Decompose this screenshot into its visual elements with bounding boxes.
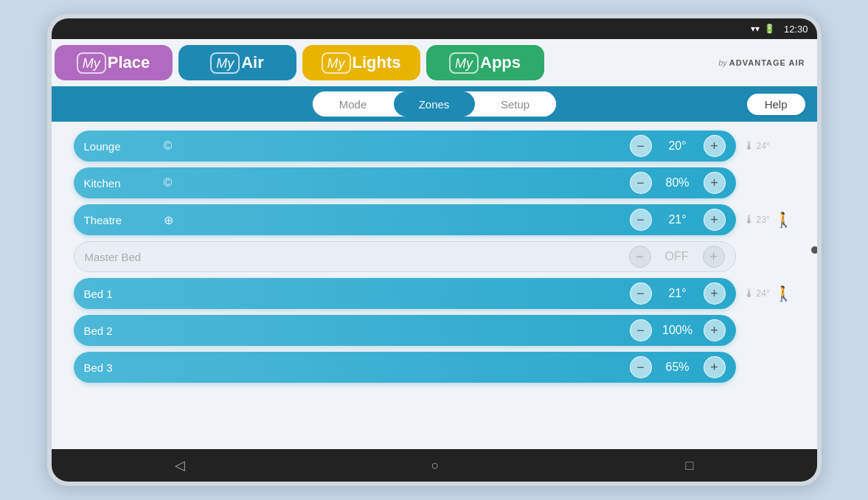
zone-controls-5: − 100% +	[630, 319, 726, 341]
zone-icon-0: ©	[164, 139, 173, 153]
tab-mylights[interactable]: My Lights	[302, 45, 420, 80]
tab-myplace[interactable]: My Place	[55, 45, 173, 80]
zone-bar-4: Bed 1 − 21° +	[74, 278, 736, 309]
temp-indicator-0: 🌡24°	[743, 139, 770, 153]
back-button[interactable]: ◁	[163, 453, 197, 478]
zone-decrease-5[interactable]: −	[630, 319, 652, 341]
zone-icon-1: ©	[164, 176, 173, 190]
myair-box: My	[210, 52, 240, 74]
zone-name-2: Theatre	[84, 214, 158, 226]
tab-zones[interactable]: Zones	[394, 91, 475, 117]
myair-brand: Air	[241, 53, 264, 72]
zone-row: Lounge © − 20° + 🌡24°	[74, 131, 795, 162]
zone-increase-1[interactable]: +	[704, 172, 726, 194]
myair-my: My	[216, 56, 234, 71]
temp-indicator-4: 🌡24°	[743, 287, 770, 300]
zone-bar-2: Theatre ⊕ − 21° +	[74, 204, 736, 235]
app-container: My Place My Air My Lights My Apps	[52, 39, 817, 449]
zone-row: Theatre ⊕ − 21° + 🌡23° 🚶	[74, 204, 795, 235]
zone-side-4: 🌡24° 🚶	[743, 285, 795, 302]
bottom-nav: ◁ ○ □	[52, 449, 817, 482]
zone-value-1: 80%	[652, 176, 704, 190]
zone-decrease-4[interactable]: −	[630, 282, 652, 305]
zone-decrease-1[interactable]: −	[630, 172, 652, 194]
zone-controls-3: − OFF +	[629, 246, 725, 268]
zone-name-6: Bed 3	[84, 361, 158, 374]
zone-decrease-6[interactable]: −	[630, 356, 652, 378]
person-icon-2: 🚶	[774, 211, 793, 229]
zone-controls-2: − 21° +	[630, 209, 726, 231]
toolbar: Mode Zones Setup Help	[52, 86, 817, 122]
zone-decrease-3[interactable]: −	[629, 246, 651, 268]
help-button[interactable]: Help	[747, 94, 805, 115]
mylights-my: My	[327, 56, 345, 71]
temp-indicator-2: 🌡23°	[743, 213, 770, 226]
zone-decrease-2[interactable]: −	[630, 209, 652, 231]
zone-row: Bed 1 − 21° + 🌡24° 🚶	[74, 278, 795, 309]
zone-increase-3[interactable]: +	[703, 246, 725, 268]
tab-myair[interactable]: My Air	[178, 45, 296, 80]
tablet: ▾▾ 🔋 12:30 My Place My Air My	[47, 14, 822, 486]
myplace-brand: Place	[108, 53, 150, 72]
person-icon-4: 🚶	[774, 285, 793, 302]
myplace-box: My	[77, 52, 106, 74]
zone-bar-3: Master Bed − OFF +	[74, 241, 736, 272]
camera	[811, 246, 819, 254]
zone-row: Master Bed − OFF +	[74, 241, 795, 272]
zone-increase-4[interactable]: +	[704, 282, 726, 305]
zone-controls-1: − 80% +	[630, 172, 726, 194]
battery-icon: 🔋	[764, 24, 775, 34]
zone-increase-5[interactable]: +	[704, 319, 726, 341]
zone-name-3: Master Bed	[85, 251, 159, 263]
thermometer-icon-4: 🌡	[743, 287, 755, 300]
side-temp-2: 23°	[757, 215, 770, 225]
zone-value-4: 21°	[652, 287, 704, 300]
zone-controls-6: − 65% +	[630, 356, 726, 378]
zone-name-0: Lounge	[84, 140, 158, 153]
mylights-brand: Lights	[353, 53, 401, 72]
toolbar-tabs: Mode Zones Setup	[313, 91, 556, 117]
zone-controls-0: − 20° +	[630, 135, 726, 157]
clock: 12:30	[784, 24, 808, 35]
myapps-brand: Apps	[480, 53, 521, 72]
tab-mode[interactable]: Mode	[313, 91, 394, 117]
zone-increase-0[interactable]: +	[704, 135, 726, 157]
zone-value-6: 65%	[652, 361, 704, 374]
zone-value-3: OFF	[651, 250, 703, 263]
zone-bar-0: Lounge © − 20° +	[74, 131, 736, 162]
zone-bar-5: Bed 2 − 100% +	[74, 315, 736, 346]
myapps-my: My	[455, 56, 473, 71]
zone-icon-2: ⊕	[164, 213, 173, 227]
zone-value-2: 21°	[652, 213, 704, 226]
zone-controls-4: − 21° +	[630, 282, 726, 305]
zone-name-4: Bed 1	[84, 288, 158, 300]
zone-value-0: 20°	[652, 139, 704, 153]
tab-myapps[interactable]: My Apps	[426, 45, 544, 80]
zone-name-5: Bed 2	[84, 324, 158, 337]
zone-row: Bed 3 − 65% +	[74, 352, 795, 383]
zone-value-5: 100%	[652, 324, 704, 337]
advantage-brand: ADVANTAGE AIR	[729, 58, 805, 67]
zone-bar-6: Bed 3 − 65% +	[74, 352, 736, 383]
thermometer-icon-0: 🌡	[743, 139, 755, 153]
zone-side-2: 🌡23° 🚶	[743, 211, 795, 229]
zone-row: Kitchen © − 80% +	[74, 167, 795, 198]
zone-row: Bed 2 − 100% +	[74, 315, 795, 346]
thermometer-icon-2: 🌡	[743, 213, 755, 226]
zone-side-0: 🌡24°	[743, 139, 795, 153]
zone-decrease-0[interactable]: −	[630, 135, 652, 157]
myapps-box: My	[449, 52, 479, 74]
zone-increase-2[interactable]: +	[704, 209, 726, 231]
zone-increase-6[interactable]: +	[704, 356, 726, 378]
status-icons: ▾▾ 🔋 12:30	[751, 24, 808, 35]
recents-button[interactable]: □	[674, 454, 706, 478]
side-temp-0: 24°	[757, 141, 770, 151]
main-content: Lounge © − 20° + 🌡24° Kitchen © − 80%	[52, 122, 817, 449]
advantage-logo: by ADVANTAGE AIR	[718, 58, 816, 67]
mylights-box: My	[322, 52, 351, 74]
zone-name-1: Kitchen	[84, 177, 158, 190]
status-bar: ▾▾ 🔋 12:30	[52, 18, 817, 39]
top-nav: My Place My Air My Lights My Apps	[52, 39, 817, 86]
home-button[interactable]: ○	[420, 454, 451, 478]
tab-setup[interactable]: Setup	[475, 91, 556, 117]
